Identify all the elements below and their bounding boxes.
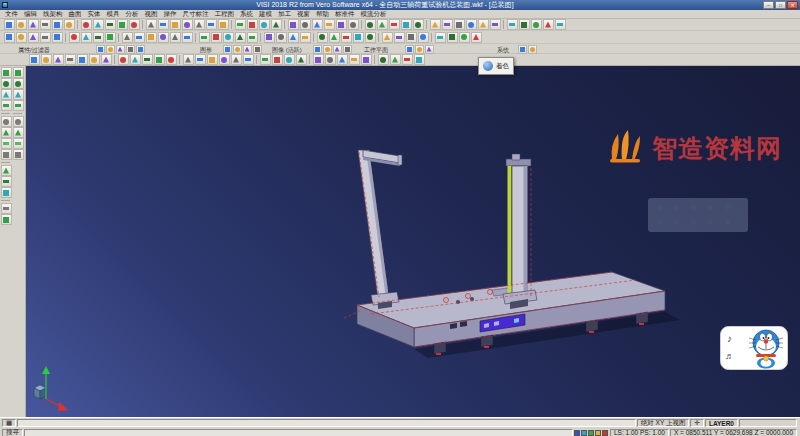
toolbar-icon[interactable] xyxy=(13,78,24,89)
toolbar-icon[interactable] xyxy=(101,54,112,65)
menu-item[interactable]: 加工 xyxy=(275,10,294,19)
toolbar-icon[interactable] xyxy=(65,54,76,65)
menu-item[interactable]: 视窗 xyxy=(294,10,313,19)
menu-item[interactable]: 实体 xyxy=(85,10,104,19)
toolbar-icon[interactable] xyxy=(313,54,324,65)
toolbar-icon[interactable] xyxy=(260,54,271,65)
menu-item[interactable]: 建模 xyxy=(256,10,275,19)
toolbar-icon[interactable] xyxy=(333,45,342,54)
toolbar-icon[interactable] xyxy=(378,54,389,65)
toolbar-icon[interactable] xyxy=(40,19,51,30)
toolbar-icon[interactable] xyxy=(1,165,12,176)
toolbar-icon[interactable] xyxy=(130,54,141,65)
toolbar-icon[interactable] xyxy=(272,54,283,65)
toolbar-icon[interactable] xyxy=(1,138,12,149)
toolbar-icon[interactable] xyxy=(413,19,424,30)
minimize-button[interactable]: ─ xyxy=(763,1,774,9)
toolbar-icon[interactable] xyxy=(69,32,80,43)
toolbar-icon[interactable] xyxy=(341,32,352,43)
shading-mode-label[interactable]: 着色 xyxy=(496,62,509,71)
toolbar-icon[interactable] xyxy=(1,127,12,138)
toolbar-icon[interactable] xyxy=(170,32,181,43)
toolbar-icon[interactable] xyxy=(29,54,40,65)
toolbar-icon[interactable] xyxy=(259,19,270,30)
menu-item[interactable]: 尺寸标注 xyxy=(180,10,212,19)
toolbar-icon[interactable] xyxy=(52,19,63,30)
menu-item[interactable]: 文件 xyxy=(2,10,21,19)
toolbar-icon[interactable] xyxy=(365,32,376,43)
toolbar-icon[interactable] xyxy=(116,45,125,54)
toolbar-icon[interactable] xyxy=(146,32,157,43)
toolbar-icon[interactable] xyxy=(183,54,194,65)
toolbar-icon[interactable] xyxy=(105,32,116,43)
toolbar-icon[interactable] xyxy=(158,32,169,43)
toolbar-icon[interactable] xyxy=(405,45,414,54)
close-button[interactable]: ✕ xyxy=(787,1,798,9)
color-chip[interactable] xyxy=(588,430,594,436)
toolbar-icon[interactable] xyxy=(28,19,39,30)
toolbar-icon[interactable] xyxy=(288,32,299,43)
toolbar-icon[interactable] xyxy=(247,19,258,30)
grid-icon[interactable]: ▦ xyxy=(2,419,16,427)
menu-item[interactable]: 工程图 xyxy=(212,10,238,19)
toolbar-icon[interactable] xyxy=(276,32,287,43)
toolbar-icon[interactable] xyxy=(231,54,242,65)
toolbar-icon[interactable] xyxy=(1,203,12,214)
toolbar-icon[interactable] xyxy=(507,19,518,30)
menu-item[interactable]: 模具 xyxy=(104,10,123,19)
toolbar-icon[interactable] xyxy=(235,32,246,43)
toolbar-icon[interactable] xyxy=(447,32,458,43)
toolbar-icon[interactable] xyxy=(296,54,307,65)
toolbar-icon[interactable] xyxy=(134,32,145,43)
toolbar-icon[interactable] xyxy=(415,45,424,54)
command-field[interactable] xyxy=(17,419,636,427)
menu-item[interactable]: 线架构 xyxy=(40,10,66,19)
maximize-button[interactable]: □ xyxy=(775,1,786,9)
toolbar-icon[interactable] xyxy=(1,78,12,89)
toolbar-icon[interactable] xyxy=(519,19,530,30)
toolbar-icon[interactable] xyxy=(1,187,12,198)
toolbar-icon[interactable] xyxy=(471,32,482,43)
toolbar-icon[interactable] xyxy=(382,32,393,43)
toolbar-icon[interactable] xyxy=(1,149,12,160)
toolbar-icon[interactable] xyxy=(1,116,12,127)
toolbar-icon[interactable] xyxy=(343,45,352,54)
search-field[interactable] xyxy=(24,429,573,436)
toolbar-icon[interactable] xyxy=(136,45,145,54)
toolbar-icon[interactable] xyxy=(528,45,537,54)
toolbar-icon[interactable] xyxy=(401,19,412,30)
layer-cell[interactable]: LAYER0 xyxy=(705,419,738,427)
toolbar-icon[interactable] xyxy=(543,19,554,30)
toolbar-icon[interactable] xyxy=(531,19,542,30)
toolbar-icon[interactable] xyxy=(389,19,400,30)
toolbar-icon[interactable] xyxy=(435,32,446,43)
menu-item[interactable]: 分析 xyxy=(123,10,142,19)
toolbar-icon[interactable] xyxy=(93,19,104,30)
toolbar-icon[interactable] xyxy=(81,32,92,43)
toolbar-icon[interactable] xyxy=(77,54,88,65)
toolbar-icon[interactable] xyxy=(353,32,364,43)
toolbar-icon[interactable] xyxy=(264,32,275,43)
toolbar-icon[interactable] xyxy=(4,19,15,30)
color-chip[interactable] xyxy=(595,430,601,436)
toolbar-icon[interactable] xyxy=(40,32,51,43)
toolbar-icon[interactable] xyxy=(13,89,24,100)
toolbar-icon[interactable] xyxy=(142,54,153,65)
toolbar-icon[interactable] xyxy=(555,19,566,30)
toolbar-icon[interactable] xyxy=(96,45,105,54)
menu-item[interactable]: 模流分析 xyxy=(358,10,390,19)
toolbar-icon[interactable] xyxy=(207,54,218,65)
menu-item[interactable]: 帮助 xyxy=(313,10,332,19)
toolbar-icon[interactable] xyxy=(13,116,24,127)
toolbar-icon[interactable] xyxy=(1,100,12,111)
toolbar-icon[interactable] xyxy=(518,45,527,54)
toolbar-icon[interactable] xyxy=(337,54,348,65)
toolbar-icon[interactable] xyxy=(223,32,234,43)
toolbar-icon[interactable] xyxy=(182,19,193,30)
toolbar-icon[interactable] xyxy=(300,19,311,30)
toolbar-icon[interactable] xyxy=(442,19,453,30)
toolbar-icon[interactable] xyxy=(300,32,311,43)
toolbar-icon[interactable] xyxy=(206,19,217,30)
toolbar-icon[interactable] xyxy=(105,19,116,30)
toolbar-icon[interactable] xyxy=(243,54,254,65)
